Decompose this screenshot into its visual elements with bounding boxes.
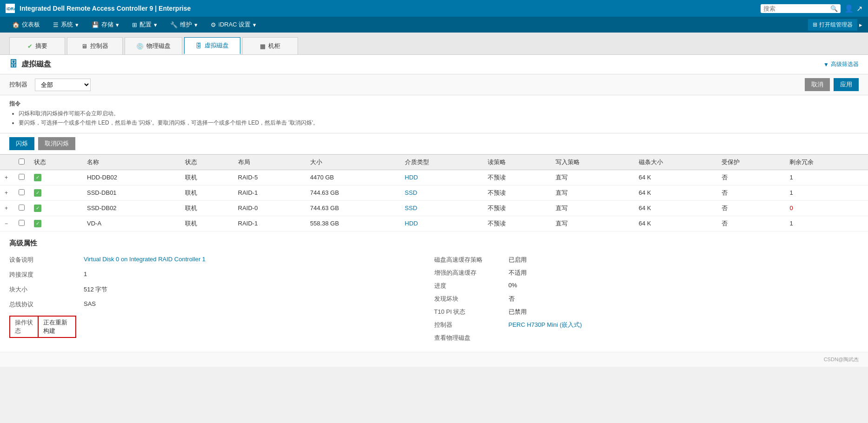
redundancy-zero-3: 0: [789, 205, 793, 212]
adv-value-controller[interactable]: PERC H730P Mini (嵌入式): [509, 318, 859, 331]
expand-cell-4[interactable]: −: [0, 216, 14, 231]
checkbox-cell-3[interactable]: [14, 200, 29, 216]
adv-label-view-physical[interactable]: 查看物理磁盘: [434, 331, 509, 344]
dell-logo: iDRAC: [6, 4, 15, 13]
tab-virtual-disk[interactable]: 🗄 虚拟磁盘: [184, 37, 240, 54]
virtual-disk-icon: 🗄: [196, 42, 202, 49]
virtual-disk-table: 状态 名称 状态 布局 大小 介质类型 读策略 写入策略 磁条大小 受保护 剩余…: [0, 154, 868, 231]
col-select-all[interactable]: [14, 154, 29, 170]
footer-text: CSDN@陶武杰: [824, 357, 859, 362]
system-icon: ☰: [53, 21, 59, 28]
nav-idrac-settings[interactable]: ⚙ iDRAC 设置 ▾: [204, 17, 263, 33]
select-all-checkbox[interactable]: [19, 159, 25, 165]
redundancy-cell-3: 0: [785, 200, 868, 216]
flash-button[interactable]: 闪烁: [9, 137, 34, 150]
read-policy-cell-1: 不预读: [483, 170, 551, 185]
search-box[interactable]: 🔍: [761, 4, 841, 13]
checkbox-cell-1[interactable]: [14, 170, 29, 185]
checkbox-cell-2[interactable]: [14, 185, 29, 200]
row-checkbox-1[interactable]: [19, 174, 25, 180]
adv-label-device-desc: 设备说明: [9, 253, 84, 268]
col-expand: [0, 154, 14, 170]
collapse-icon-4[interactable]: −: [5, 220, 8, 227]
filter-label: 控制器: [9, 80, 27, 89]
disk-name-4: VD-A: [87, 220, 101, 227]
adv-row-bad-block: 发现坏块 否: [434, 292, 859, 305]
adv-label-t10pi: T10 PI 状态: [434, 305, 509, 318]
cancel-button[interactable]: 取消: [805, 78, 830, 91]
write-policy-cell-4: 直写: [551, 216, 634, 231]
media-type-link-2[interactable]: SSD: [405, 189, 417, 196]
row-checkbox-3[interactable]: [19, 205, 25, 211]
tab-enclosure[interactable]: ▦ 机柜: [242, 37, 298, 54]
tab-controller[interactable]: 🖥 控制器: [67, 37, 123, 54]
adv-row-bus-protocol: 总线协议 SAS: [9, 298, 434, 313]
summary-icon: ✔: [27, 43, 33, 50]
expand-icon-2[interactable]: +: [5, 190, 8, 196]
apply-button[interactable]: 应用: [834, 78, 859, 91]
expand-cell-2[interactable]: +: [0, 185, 14, 200]
filter-buttons: 取消 应用: [805, 78, 859, 91]
disk-name-1: HDD-DB02: [87, 174, 117, 181]
chevron-down-icon-config: ▾: [154, 21, 157, 28]
redundancy-cell-2: 1: [785, 185, 868, 200]
expand-cell-3[interactable]: +: [0, 200, 14, 216]
advanced-filter-button[interactable]: ▼ 高级筛选器: [823, 60, 859, 68]
adv-value-bus-protocol: SAS: [84, 298, 434, 313]
media-type-link-4[interactable]: HDD: [405, 220, 418, 227]
search-input[interactable]: [763, 5, 828, 12]
table-body: + ✓ HDD-DB02 联机 RAID-5 4470 GB: [0, 170, 868, 231]
user-icon[interactable]: 👤: [844, 4, 854, 13]
protected-cell-2: 否: [717, 185, 785, 200]
section-title: 🗄 虚拟磁盘: [9, 59, 51, 69]
nav-maintenance[interactable]: 🔧 维护 ▾: [164, 17, 204, 33]
chevron-down-icon-idrac: ▾: [253, 21, 256, 28]
status-cell-1: ✓: [29, 170, 82, 185]
tab-summary[interactable]: ✔ 摘要: [9, 37, 65, 54]
col-status: 状态: [29, 154, 82, 170]
adv-value-block-size: 512 字节: [84, 283, 434, 298]
media-type-link-1[interactable]: HDD: [405, 174, 418, 181]
launch-manager-button[interactable]: ⊞ 打开组管理器: [808, 19, 857, 31]
media-type-link-3[interactable]: SSD: [405, 205, 417, 212]
cancel-flash-button[interactable]: 取消闪烁: [38, 137, 75, 150]
col-protected: 受保护: [717, 154, 785, 170]
instructions: 指令 闪烁和取消闪烁操作可能不会立即启动。 要闪烁，可选择一个或多个组件 LED…: [0, 95, 868, 133]
stripe-size-cell-2: 64 K: [634, 185, 717, 200]
row-checkbox-4[interactable]: [19, 220, 25, 226]
table-container: 状态 名称 状态 布局 大小 介质类型 读策略 写入策略 磁条大小 受保护 剩余…: [0, 154, 868, 231]
top-header: iDRAC Integrated Dell Remote Access Cont…: [0, 0, 868, 17]
tab-label-physical-disk: 物理磁盘: [146, 42, 171, 50]
media-type-cell-2: SSD: [400, 185, 483, 200]
nav-system[interactable]: ☰ 系统 ▾: [46, 17, 85, 33]
filter-icon: ▼: [823, 61, 829, 68]
advanced-properties: 高级属性 设备说明 Virtual Disk 0 on Integrated R…: [0, 231, 868, 352]
search-icon[interactable]: 🔍: [830, 5, 838, 12]
expand-cell-1[interactable]: +: [0, 170, 14, 185]
tab-physical-disk[interactable]: 💿 物理磁盘: [125, 37, 182, 54]
main-content: 🗄 虚拟磁盘 ▼ 高级筛选器 控制器 全部 取消 应用 指令 闪烁和取消闪烁操作…: [0, 55, 868, 367]
launch-icon: ⊞: [813, 21, 817, 28]
adv-value-cache-policy: 已启用: [509, 253, 859, 266]
col-media-type: 介质类型: [400, 154, 483, 170]
state-cell-3: 联机: [180, 200, 233, 216]
adv-label-controller: 控制器: [434, 318, 509, 331]
nav-dashboard[interactable]: 🏠 仪表板: [6, 17, 46, 33]
expand-icon-1[interactable]: +: [5, 174, 8, 181]
adv-value-device-desc[interactable]: Virtual Disk 0 on Integrated RAID Contro…: [84, 253, 434, 268]
controller-filter-select[interactable]: 全部: [35, 79, 91, 91]
checkbox-cell-4[interactable]: [14, 216, 29, 231]
stripe-size-cell-1: 64 K: [634, 170, 717, 185]
expand-icon-3[interactable]: +: [5, 205, 8, 212]
row-checkbox-2[interactable]: [19, 189, 25, 195]
tab-label-enclosure: 机柜: [268, 42, 280, 50]
read-policy-cell-3: 不预读: [483, 200, 551, 216]
maintenance-icon: 🔧: [170, 21, 178, 28]
advanced-props-title: 高级属性: [9, 239, 859, 248]
nav-storage[interactable]: 💾 存储 ▾: [85, 17, 126, 33]
nav-expand-icon[interactable]: ▸: [859, 21, 862, 28]
nav-config[interactable]: ⊞ 配置 ▾: [126, 17, 164, 33]
external-link-icon[interactable]: ↗: [856, 4, 862, 13]
advanced-props-grid: 设备说明 Virtual Disk 0 on Integrated RAID C…: [9, 253, 859, 344]
adv-row-block-size: 块大小 512 字节: [9, 283, 434, 298]
